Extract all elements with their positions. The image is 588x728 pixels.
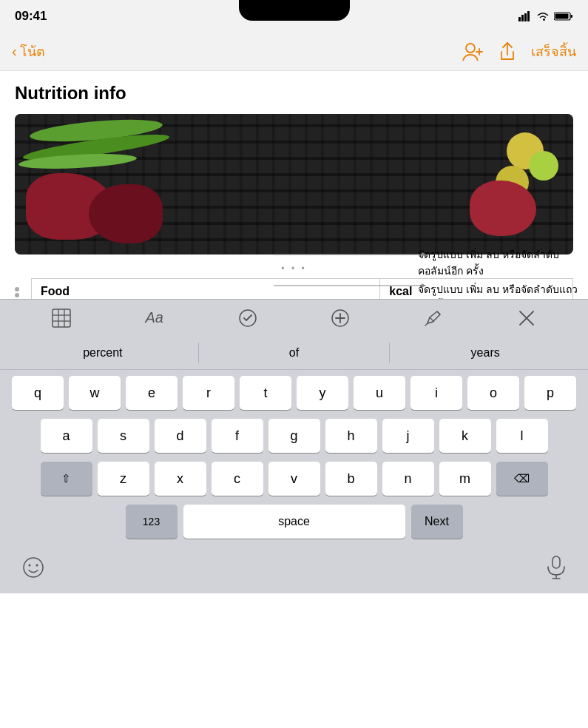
key-row-2: a s d f g h j k l (3, 419, 585, 453)
svg-rect-1 (521, 15, 524, 21)
key-n[interactable]: n (382, 462, 434, 496)
svg-rect-5 (571, 15, 573, 18)
add-person-icon (462, 41, 484, 62)
note-content: Nutrition info • • • Food kcal (0, 71, 588, 299)
space-key[interactable]: space (183, 505, 405, 539)
microphone-button[interactable] (547, 556, 566, 584)
key-r[interactable]: r (183, 376, 234, 410)
checklist-button[interactable] (232, 302, 264, 334)
key-x[interactable]: x (155, 462, 206, 496)
key-row-4: 123 space Next (3, 505, 585, 539)
column-annotation-text: จัดรูปแบบ เพิ่ม ลบ หรือจัดลำดับคอลัมน์อี… (418, 247, 581, 279)
pen-icon (424, 309, 443, 328)
bottom-bar (0, 552, 588, 593)
microphone-icon (547, 556, 566, 579)
share-button[interactable] (499, 41, 516, 62)
svg-rect-29 (552, 556, 560, 568)
emoji-button[interactable] (22, 556, 44, 584)
svg-rect-14 (53, 309, 70, 327)
emoji-icon (22, 556, 44, 579)
add-content-button[interactable] (324, 302, 356, 334)
keyboard: q w e r t y u i o p a s d f g h j k l ⇧ … (0, 370, 588, 552)
nav-actions: เสร็จสิ้น (462, 41, 576, 62)
key-h[interactable]: h (325, 419, 377, 453)
svg-rect-2 (524, 13, 527, 21)
toolbar: Aa (0, 299, 588, 336)
key-e[interactable]: e (126, 376, 178, 410)
close-keyboard-button[interactable] (510, 302, 543, 334)
status-time: 09:41 (15, 9, 47, 24)
svg-point-26 (24, 558, 43, 577)
green-veg-1 (529, 151, 558, 181)
row-annotation: จัดรูปแบบ เพิ่ม ลบ หรือจัดลำดับแถวอีกครั… (418, 283, 578, 299)
key-v[interactable]: v (268, 462, 320, 496)
key-u[interactable]: u (354, 376, 405, 410)
predictive-bar: percent of years (0, 336, 588, 370)
table-icon (52, 309, 71, 328)
svg-point-27 (29, 564, 31, 566)
checkmark-icon (238, 309, 257, 328)
key-w[interactable]: w (69, 376, 121, 410)
table-header-food: Food (32, 279, 380, 300)
predictive-item-3[interactable]: years (390, 342, 581, 364)
numbers-key[interactable]: 123 (126, 505, 178, 539)
red-cabbage-2 (89, 184, 163, 243)
add-icon (331, 309, 350, 328)
key-d[interactable]: d (155, 419, 206, 453)
key-row-3: ⇧ z x c v b n m ⌫ (3, 462, 585, 496)
predictive-item-2[interactable]: of (199, 342, 390, 364)
svg-rect-0 (518, 17, 521, 21)
note-title: Nutrition info (15, 83, 573, 104)
predictive-item-1[interactable]: percent (7, 342, 198, 364)
key-t[interactable]: t (240, 376, 291, 410)
next-key[interactable]: Next (411, 505, 463, 539)
key-m[interactable]: m (439, 462, 491, 496)
key-o[interactable]: o (467, 376, 519, 410)
key-c[interactable]: c (212, 462, 263, 496)
key-z[interactable]: z (98, 462, 149, 496)
key-p[interactable]: p (524, 376, 576, 410)
text-format-button[interactable]: Aa (138, 302, 171, 334)
key-y[interactable]: y (297, 376, 348, 410)
notch (239, 0, 350, 21)
row-drag-handle[interactable] (15, 278, 28, 297)
signal-icon (518, 11, 532, 21)
back-button[interactable]: ‹ โน้ต (12, 41, 45, 62)
svg-rect-3 (527, 11, 530, 21)
draw-button[interactable] (417, 302, 450, 334)
key-i[interactable]: i (410, 376, 462, 410)
key-s[interactable]: s (98, 419, 149, 453)
key-a[interactable]: a (41, 419, 92, 453)
table-format-button[interactable] (45, 302, 78, 334)
svg-line-23 (425, 323, 428, 326)
key-k[interactable]: k (439, 419, 491, 453)
svg-rect-6 (555, 14, 569, 19)
wifi-icon (536, 11, 550, 21)
handle-dot (15, 287, 19, 291)
key-f[interactable]: f (212, 419, 263, 453)
add-person-button[interactable] (462, 41, 484, 62)
key-l[interactable]: l (496, 419, 548, 453)
svg-point-28 (36, 564, 38, 566)
key-b[interactable]: b (325, 462, 377, 496)
resize-dots-icon: • • • (281, 263, 306, 274)
handle-dot (15, 293, 19, 297)
share-icon (499, 41, 516, 62)
status-bar: 09:41 (0, 0, 588, 33)
red-cabbage-3 (470, 181, 536, 236)
column-annotation: จัดรูปแบบ เพิ่ม ลบ หรือจัดลำดับคอลัมน์อี… (418, 249, 559, 277)
key-row-1: q w e r t y u i o p (3, 376, 585, 410)
key-j[interactable]: j (382, 419, 434, 453)
shift-key[interactable]: ⇧ (41, 462, 92, 496)
text-format-icon: Aa (146, 309, 163, 326)
row-annotation-text: จัดรูปแบบ เพิ่ม ลบ หรือจัดลำดับแถวอีกครั… (418, 282, 581, 299)
battery-icon (554, 11, 573, 21)
backspace-key[interactable]: ⌫ (496, 462, 548, 496)
key-q[interactable]: q (12, 376, 64, 410)
key-g[interactable]: g (268, 419, 320, 453)
close-icon (517, 309, 536, 328)
nav-bar: ‹ โน้ต เสร็จสิ้น (0, 33, 588, 71)
svg-point-7 (466, 44, 475, 53)
note-image (15, 114, 573, 255)
done-button[interactable]: เสร็จสิ้น (531, 41, 576, 62)
